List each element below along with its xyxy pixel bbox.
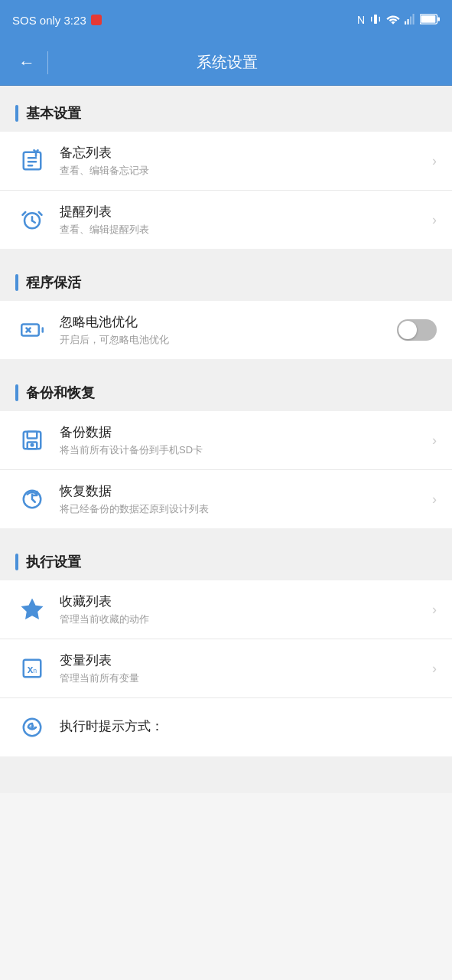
item-text-favorites-list: 收藏列表 管理当前收藏的动作	[60, 593, 426, 626]
toggle-switch-battery-optimization[interactable]	[397, 319, 437, 341]
item-subtitle-favorites-list: 管理当前收藏的动作	[60, 612, 426, 626]
svg-rect-4	[408, 19, 409, 24]
item-icon-favorites-list	[15, 593, 49, 626]
item-subtitle-memo-list: 查看、编辑备忘记录	[60, 164, 426, 178]
settings-list-backup: 备份数据 将当前所有设计备份到手机SD卡 › 恢复数据 将已经备份的数据还原到设…	[0, 411, 452, 528]
svg-line-18	[39, 212, 42, 215]
item-title-variable-list: 变量列表	[60, 652, 426, 669]
chevron-right-icon: ›	[432, 661, 437, 677]
chevron-right-icon: ›	[432, 433, 437, 449]
item-text-execute-prompt: 执行时提示方式：	[60, 717, 437, 737]
status-dot	[91, 15, 102, 25]
section-title-execute: 执行设置	[26, 553, 81, 571]
section-title-keepalive: 程序保活	[26, 273, 81, 292]
status-right: N	[357, 13, 440, 28]
item-subtitle-backup-data: 将当前所有设计备份到手机SD卡	[60, 443, 426, 457]
settings-item-favorites-list[interactable]: 收藏列表 管理当前收藏的动作 ›	[0, 580, 452, 639]
vibrate-icon	[369, 13, 382, 28]
settings-item-execute-prompt[interactable]: 执行时提示方式：	[0, 698, 452, 756]
item-title-memo-list: 备忘列表	[60, 144, 426, 162]
item-title-restore-data: 恢复数据	[60, 482, 426, 500]
item-text-restore-data: 恢复数据 将已经备份的数据还原到设计列表	[60, 482, 426, 516]
chevron-right-icon: ›	[432, 602, 437, 618]
svg-rect-8	[437, 17, 440, 21]
wifi-icon	[386, 13, 400, 28]
page-title: 系统设置	[60, 52, 394, 73]
item-subtitle-reminder-list: 查看、编辑提醒列表	[60, 223, 426, 237]
top-bar: ← 系统设置	[0, 40, 452, 86]
item-icon-execute-prompt	[15, 710, 49, 744]
item-title-reminder-list: 提醒列表	[60, 203, 426, 220]
status-text: SOS only 3:23	[12, 14, 86, 27]
svg-rect-2	[379, 16, 380, 21]
settings-content: 基本设置 备忘列表 查看、编辑备忘记录 ›	[0, 86, 452, 793]
svg-line-16	[32, 220, 35, 223]
item-icon-backup-data	[15, 423, 49, 457]
item-title-backup-data: 备份数据	[60, 423, 426, 441]
top-bar-divider	[47, 51, 48, 74]
svg-rect-3	[405, 21, 406, 24]
svg-rect-5	[410, 16, 411, 24]
item-subtitle-battery-optimization: 开启后，可忽略电池优化	[60, 333, 397, 347]
svg-rect-6	[413, 14, 415, 24]
svg-rect-9	[421, 15, 435, 23]
item-subtitle-variable-list: 管理当前所有变量	[60, 671, 426, 685]
battery-icon	[420, 14, 440, 27]
svg-point-26	[31, 443, 34, 447]
section-header-bar	[15, 274, 18, 291]
back-button[interactable]: ←	[12, 47, 41, 79]
item-icon-memo-list	[15, 144, 49, 178]
section-header-bar	[15, 384, 18, 401]
item-title-battery-optimization: 忽略电池优化	[60, 313, 397, 331]
item-text-battery-optimization: 忽略电池优化 开启后，可忽略电池优化	[60, 313, 397, 347]
item-subtitle-restore-data: 将已经备份的数据还原到设计列表	[60, 502, 426, 516]
item-icon-reminder-list	[15, 203, 49, 237]
settings-item-reminder-list[interactable]: 提醒列表 查看、编辑提醒列表 ›	[0, 191, 452, 249]
item-text-reminder-list: 提醒列表 查看、编辑提醒列表	[60, 203, 426, 237]
section-header-keepalive: 程序保活	[0, 255, 452, 301]
settings-item-battery-optimization[interactable]: 忽略电池优化 开启后，可忽略电池优化	[0, 301, 452, 359]
item-text-memo-list: 备忘列表 查看、编辑备忘记录	[60, 144, 426, 178]
section-header-bar	[15, 105, 18, 122]
chevron-right-icon: ›	[432, 212, 437, 228]
settings-item-backup-data[interactable]: 备份数据 将当前所有设计备份到手机SD卡 ›	[0, 411, 452, 470]
settings-list-basic: 备忘列表 查看、编辑备忘记录 › 提醒列表 查看、编辑提醒列表 ›	[0, 132, 452, 249]
chevron-right-icon: ›	[432, 492, 437, 508]
settings-item-restore-data[interactable]: 恢复数据 将已经备份的数据还原到设计列表 ›	[0, 470, 452, 528]
item-title-favorites-list: 收藏列表	[60, 593, 426, 610]
svg-rect-0	[374, 15, 377, 24]
status-bar: SOS only 3:23 N	[0, 0, 452, 40]
section-title-backup: 备份和恢复	[26, 384, 95, 402]
svg-marker-28	[23, 600, 42, 619]
settings-item-variable-list[interactable]: x n 变量列表 管理当前所有变量 ›	[0, 639, 452, 698]
item-text-backup-data: 备份数据 将当前所有设计备份到手机SD卡	[60, 423, 426, 457]
settings-list-execute: 收藏列表 管理当前收藏的动作 › x n 变量列表 管理当前所有变量 ›	[0, 580, 452, 756]
svg-rect-19	[21, 325, 39, 336]
item-text-variable-list: 变量列表 管理当前所有变量	[60, 652, 426, 685]
settings-item-memo-list[interactable]: 备忘列表 查看、编辑备忘记录 ›	[0, 132, 452, 191]
section-header-bar	[15, 554, 18, 570]
signal-icon	[405, 13, 415, 28]
item-icon-restore-data	[15, 482, 49, 516]
section-header-basic: 基本设置	[0, 86, 452, 132]
svg-rect-1	[371, 16, 372, 21]
toggle-knob	[398, 321, 417, 339]
settings-list-keepalive: 忽略电池优化 开启后，可忽略电池优化	[0, 301, 452, 359]
svg-text:n: n	[33, 667, 37, 675]
nfc-icon: N	[357, 14, 365, 26]
item-icon-variable-list: x n	[15, 652, 49, 685]
svg-point-33	[30, 725, 34, 730]
status-left: SOS only 3:23	[12, 14, 102, 27]
item-icon-battery-optimization	[15, 313, 49, 347]
chevron-right-icon: ›	[432, 153, 437, 169]
section-title-basic: 基本设置	[26, 104, 81, 122]
svg-rect-24	[28, 432, 37, 439]
svg-line-17	[23, 212, 26, 215]
item-title-execute-prompt: 执行时提示方式：	[60, 717, 437, 735]
section-header-backup: 备份和恢复	[0, 365, 452, 411]
section-header-execute: 执行设置	[0, 534, 452, 580]
